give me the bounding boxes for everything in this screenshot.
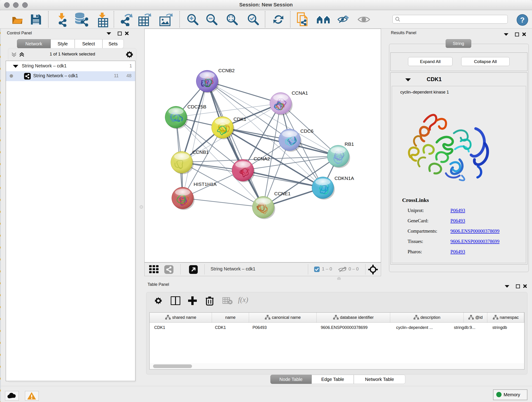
svg-text:CCNB1: CCNB1	[192, 149, 209, 155]
svg-text:CDK1: CDK1	[234, 116, 246, 122]
svg-text:CCNB2: CCNB2	[218, 68, 234, 73]
svg-text:RB1: RB1	[345, 141, 354, 147]
svg-text:?: ?	[520, 16, 525, 24]
svg-text:CDC25B: CDC25B	[187, 104, 206, 109]
svg-text:CCNA1: CCNA1	[292, 90, 308, 96]
svg-text:CCNE1: CCNE1	[274, 191, 291, 196]
svg-text:CDC6: CDC6	[300, 128, 313, 134]
svg-text:CDKN1A: CDKN1A	[335, 176, 354, 181]
svg-text:HIST1H1A: HIST1H1A	[194, 182, 216, 187]
svg-text:CCNA2: CCNA2	[254, 156, 270, 161]
